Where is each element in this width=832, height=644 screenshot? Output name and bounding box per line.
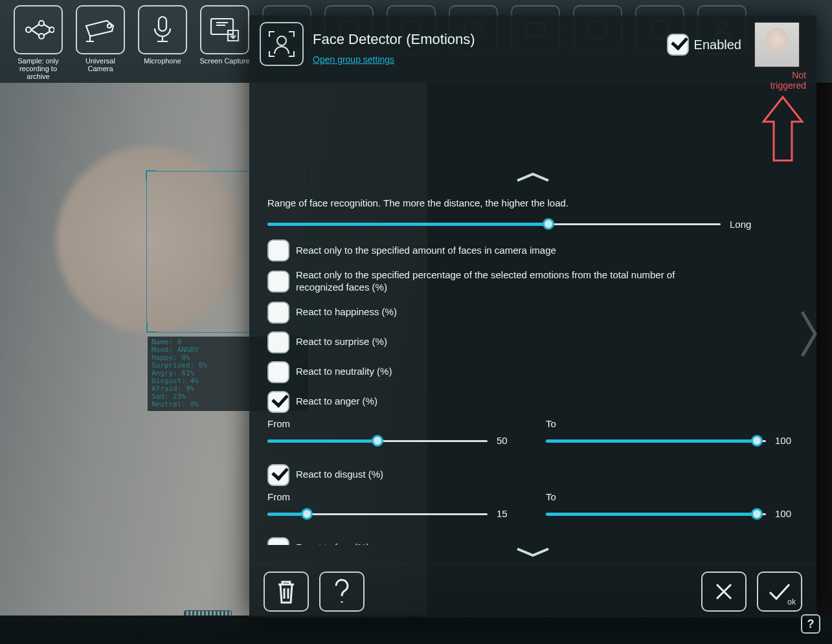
face-detect-icon xyxy=(260,22,304,66)
enabled-checkbox[interactable] xyxy=(667,34,689,56)
svg-rect-6 xyxy=(211,19,233,34)
delete-button[interactable] xyxy=(264,572,309,612)
anger-from-label: From xyxy=(267,418,513,429)
chk-disgust[interactable] xyxy=(267,464,289,486)
tool-label: Microphone xyxy=(137,57,188,65)
enabled-label: Enabled xyxy=(694,38,741,52)
disgust-from-value: 15 xyxy=(497,508,525,519)
open-group-link[interactable]: Open group settings xyxy=(313,54,394,65)
mic-icon xyxy=(138,5,187,54)
svg-point-0 xyxy=(26,27,31,32)
tool-screen[interactable]: Screen Capture xyxy=(199,5,250,65)
bottom-bar xyxy=(0,616,832,644)
disgust-from-slider[interactable] xyxy=(267,507,488,520)
trigger-status: Not triggered xyxy=(754,70,806,91)
chk-amount-faces[interactable] xyxy=(267,239,289,261)
disgust-from-label: From xyxy=(267,491,513,502)
anger-from-slider[interactable] xyxy=(267,434,488,447)
collapse-up[interactable] xyxy=(249,172,816,184)
lbl-anger: React to anger (%) xyxy=(296,395,377,408)
tool-label: Sample: only recording to archive xyxy=(13,57,63,80)
lbl-percent-emotions: React only to the specified percentage o… xyxy=(296,269,710,294)
expand-down[interactable] xyxy=(249,548,816,561)
tool-camera[interactable]: Universal Camera xyxy=(75,5,126,72)
nodes-icon xyxy=(14,5,63,54)
anger-to-slider[interactable] xyxy=(546,434,766,447)
range-slider[interactable] xyxy=(267,217,721,230)
chk-surprise[interactable] xyxy=(267,331,289,353)
svg-point-1 xyxy=(39,21,44,26)
chk-fear[interactable] xyxy=(267,537,289,546)
lbl-happiness: React to happiness (%) xyxy=(296,306,397,318)
tool-label: Screen Capture xyxy=(199,57,250,65)
lbl-surprise: React to surprise (%) xyxy=(296,336,387,348)
range-description: Range of face recognition. The more the … xyxy=(267,197,798,208)
tool-mic[interactable]: Microphone xyxy=(137,5,188,65)
arrow-up-icon xyxy=(759,93,806,164)
anger-from-value: 50 xyxy=(497,435,525,446)
ok-button[interactable]: ok xyxy=(757,572,802,612)
cancel-button[interactable] xyxy=(701,572,747,612)
settings-panel: Face Detector (Emotions) Open group sett… xyxy=(249,16,816,617)
chk-happiness[interactable] xyxy=(267,302,289,324)
disgust-to-value: 100 xyxy=(775,508,804,519)
lbl-fear: React to fear (%) xyxy=(296,542,369,545)
chk-percent-emotions[interactable] xyxy=(267,271,289,293)
global-help-button[interactable]: ? xyxy=(801,614,820,634)
next-chevron[interactable] xyxy=(800,308,819,362)
svg-point-15 xyxy=(277,36,286,45)
cctv-icon xyxy=(76,5,125,54)
panel-footer: ok xyxy=(249,564,816,617)
ok-label: ok xyxy=(787,597,796,606)
svg-point-4 xyxy=(107,24,111,28)
help-button[interactable] xyxy=(319,572,365,612)
svg-point-2 xyxy=(39,34,44,39)
disgust-to-label: To xyxy=(546,491,792,502)
lbl-neutrality: React to neutrality (%) xyxy=(296,366,392,378)
panel-title: Face Detector (Emotions) xyxy=(313,31,658,48)
screen-icon xyxy=(200,5,249,54)
range-value-label: Long xyxy=(730,219,758,230)
anger-to-value: 100 xyxy=(775,435,804,446)
panel-header: Face Detector (Emotions) Open group sett… xyxy=(249,16,816,169)
chk-anger[interactable] xyxy=(267,391,289,413)
lbl-amount-faces: React only to the specified amount of fa… xyxy=(296,245,556,257)
anger-to-label: To xyxy=(546,418,792,429)
panel-body: Range of face recognition. The more the … xyxy=(249,188,816,545)
help-glyph: ? xyxy=(807,617,815,631)
svg-rect-5 xyxy=(159,17,166,31)
tool-sample[interactable]: Sample: only recording to archive xyxy=(13,5,63,80)
disgust-to-slider[interactable] xyxy=(546,507,766,520)
chk-neutrality[interactable] xyxy=(267,361,289,383)
tool-label: Universal Camera xyxy=(75,57,126,72)
lbl-disgust: React to disgust (%) xyxy=(296,469,383,481)
detection-thumbnail xyxy=(754,22,800,67)
